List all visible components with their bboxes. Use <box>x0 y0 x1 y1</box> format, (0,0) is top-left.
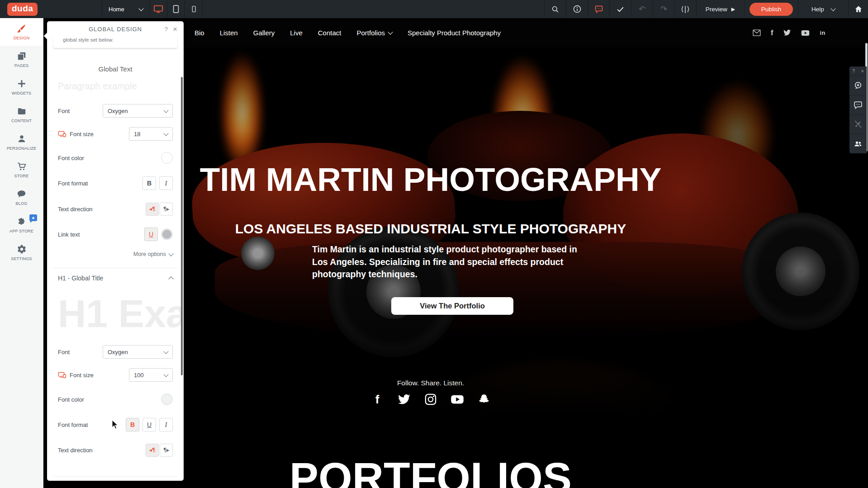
section-divider <box>53 268 177 268</box>
twitter-icon[interactable] <box>394 390 413 409</box>
italic-button[interactable]: I <box>159 176 173 190</box>
font-color-label: Font color <box>58 155 84 161</box>
sidebar-item-label: CONTENT <box>11 118 32 123</box>
nav-label: Specialty Product Photography <box>408 29 501 37</box>
collaborators-button[interactable] <box>849 134 867 153</box>
page-selector[interactable]: Home <box>102 0 149 18</box>
youtube-icon[interactable] <box>801 30 810 36</box>
instagram-icon[interactable] <box>421 390 440 409</box>
sidebar-item-content[interactable]: CONTENT <box>0 101 43 128</box>
paragraph-rtl-icon: ¶▸ <box>163 447 170 453</box>
add-comment-button[interactable] <box>849 76 867 95</box>
sidebar-item-app-store[interactable]: ★ APP STORE <box>0 211 43 239</box>
desktop-view-button[interactable] <box>149 0 167 18</box>
preview-button[interactable]: Preview ▶ <box>696 0 744 18</box>
undo-button[interactable]: ↶ <box>631 0 653 18</box>
sidebar-item-settings[interactable]: SETTINGS <box>0 239 43 266</box>
h1-section-header[interactable]: H1 - Global Title <box>58 275 173 282</box>
panel-help-icon[interactable]: ? <box>165 26 168 33</box>
check-icon <box>616 5 625 14</box>
font-size-dropdown[interactable]: 18 <box>129 127 173 141</box>
h1-bold-button[interactable]: B <box>126 418 139 431</box>
info-button[interactable] <box>566 0 588 18</box>
page-selector-label: Home <box>109 6 124 13</box>
logo-area: duda <box>0 0 102 18</box>
dashboard-home-button[interactable] <box>848 0 868 18</box>
nav-item-gallery[interactable]: Gallery <box>253 29 275 37</box>
help-menu[interactable]: Help <box>798 0 848 18</box>
sidebar-item-pages[interactable]: PAGES <box>0 46 43 73</box>
nav-item-specialty[interactable]: Specialty Product Photography <box>408 29 501 37</box>
more-options-link[interactable]: More options <box>133 251 173 257</box>
link-color-swatch[interactable] <box>161 228 173 240</box>
nav-item-bio[interactable]: Bio <box>194 29 204 37</box>
scrolled-note-text: global style set below. <box>63 37 114 43</box>
facebook-icon[interactable]: f <box>771 29 773 37</box>
email-icon[interactable] <box>753 29 761 36</box>
tablet-icon <box>171 4 180 14</box>
h1-font-size-dropdown[interactable]: 100 <box>129 368 173 382</box>
feedback-button[interactable] <box>588 0 609 18</box>
font-row: Font Oxygen <box>58 104 173 118</box>
topbar-spacer <box>202 0 544 18</box>
duda-logo[interactable]: duda <box>7 3 38 16</box>
search-button[interactable] <box>544 0 566 18</box>
font-format-label: Font format <box>58 180 88 187</box>
chevron-up-icon <box>168 276 173 281</box>
link-underline-button[interactable]: U <box>144 227 158 241</box>
text-direction-label: Text direction <box>58 206 93 213</box>
sidebar-item-store[interactable]: STORE <box>0 156 43 184</box>
facebook-icon[interactable]: f <box>368 390 387 409</box>
hide-annotations-button[interactable] <box>849 114 867 134</box>
font-dropdown[interactable]: Oxygen <box>103 104 173 118</box>
bold-button[interactable]: B <box>142 176 156 190</box>
panel-scrollbar[interactable] <box>181 77 183 375</box>
dev-mode-button[interactable]: ⟨|⟩ <box>674 0 696 18</box>
snapchat-icon[interactable] <box>474 390 493 409</box>
h1-font-label: Font <box>58 349 70 355</box>
saved-check-button[interactable] <box>609 0 631 18</box>
app-store-badge: ★ <box>29 214 37 221</box>
font-value: Oxygen <box>108 108 128 114</box>
h1-ltr-direction-button[interactable]: ◂¶ <box>146 444 159 457</box>
linkedin-icon[interactable]: in <box>820 29 825 36</box>
comments-button[interactable] <box>849 95 867 114</box>
toolbar-close-icon[interactable]: × <box>861 68 864 74</box>
tablet-view-button[interactable] <box>167 0 185 18</box>
panel-close-icon[interactable]: × <box>173 25 178 33</box>
view-portfolio-button[interactable]: View The Portfolio <box>391 297 513 315</box>
sidebar-item-label: STORE <box>14 174 29 178</box>
h1-italic-button[interactable]: I <box>159 418 173 431</box>
h1-font-dropdown[interactable]: Oxygen <box>103 345 173 359</box>
ltr-direction-button[interactable]: ◂¶ <box>146 203 159 216</box>
nav-item-contact[interactable]: Contact <box>318 29 342 37</box>
nav-item-listen[interactable]: Listen <box>220 29 238 37</box>
toolbar-help[interactable]: ? <box>852 68 855 74</box>
twitter-icon[interactable] <box>783 29 791 36</box>
add-comment-icon <box>854 81 863 90</box>
sidebar-item-design[interactable]: DESIGN <box>0 18 43 46</box>
h1-underline-button[interactable]: U <box>142 418 156 431</box>
nav-item-live[interactable]: Live <box>290 29 303 37</box>
nav-item-portfolios[interactable]: Portfolios <box>356 29 392 37</box>
publish-button[interactable]: Publish <box>749 3 793 16</box>
redo-button[interactable]: ↷ <box>653 0 674 18</box>
comments-icon <box>854 100 863 109</box>
h1-font-value: Oxygen <box>108 349 128 355</box>
h1-section-title: H1 - Global Title <box>58 275 103 282</box>
global-design-panel: GLOBAL DESIGN ? × global style set below… <box>47 21 184 481</box>
h1-rtl-direction-button[interactable]: ¶▸ <box>160 444 173 457</box>
sidebar-item-personalize[interactable]: PERSONALIZE <box>0 128 43 156</box>
rtl-direction-button[interactable]: ¶▸ <box>160 203 173 216</box>
left-sidebar: DESIGN PAGES WIDGETS CONTENT PERSONALIZE… <box>0 18 43 488</box>
responsive-devices-icon <box>58 131 66 137</box>
mobile-view-button[interactable] <box>185 0 202 18</box>
h1-font-color-swatch[interactable] <box>161 393 173 405</box>
sidebar-item-blog[interactable]: BLOG <box>0 184 43 211</box>
font-size-value: 18 <box>134 131 140 137</box>
chevron-down-icon <box>388 29 393 34</box>
sidebar-item-widgets[interactable]: WIDGETS <box>0 73 43 101</box>
sidebar-item-label: DESIGN <box>14 36 30 40</box>
font-color-swatch[interactable] <box>161 152 173 164</box>
youtube-icon[interactable] <box>448 390 467 409</box>
